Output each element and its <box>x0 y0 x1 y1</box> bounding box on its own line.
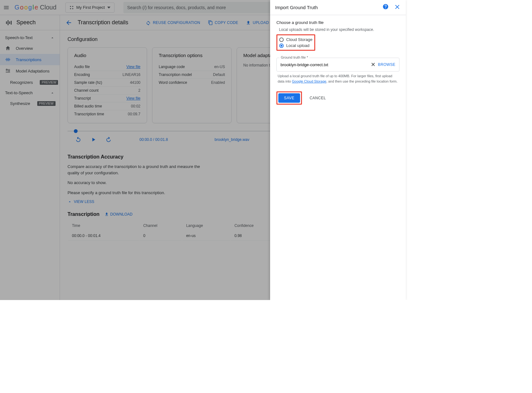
save-highlight: SAVE <box>276 91 302 105</box>
cancel-button[interactable]: CANCEL <box>306 93 330 103</box>
radio-local-upload[interactable]: Local upload <box>279 43 312 49</box>
drawer-hint: Local uploads will be stored in your spe… <box>279 27 399 32</box>
drawer-title: Import Ground Truth <box>275 5 318 10</box>
help-icon <box>382 3 389 10</box>
radio-icon <box>279 38 284 42</box>
ground-truth-file-input[interactable] <box>281 62 368 67</box>
clear-button[interactable]: ✕ <box>371 61 375 68</box>
radio-group-highlighted: Cloud Storage Local upload <box>276 34 315 51</box>
gcs-link[interactable]: Google Cloud Storage <box>292 79 326 83</box>
browse-button[interactable]: BROWSE <box>378 62 395 67</box>
import-drawer: Import Ground Truth Choose a ground trut… <box>270 0 406 300</box>
drawer-prompt: Choose a ground truth file <box>276 20 399 25</box>
close-icon <box>394 3 401 10</box>
radio-icon <box>279 43 284 48</box>
field-hint: Upload a local ground truth file of up t… <box>278 73 398 84</box>
field-label: Ground truth file * <box>280 55 309 59</box>
radio-cloud-storage[interactable]: Cloud Storage <box>279 37 312 43</box>
save-button[interactable]: SAVE <box>278 93 300 103</box>
close-button[interactable] <box>394 3 401 11</box>
help-button[interactable] <box>382 3 389 11</box>
